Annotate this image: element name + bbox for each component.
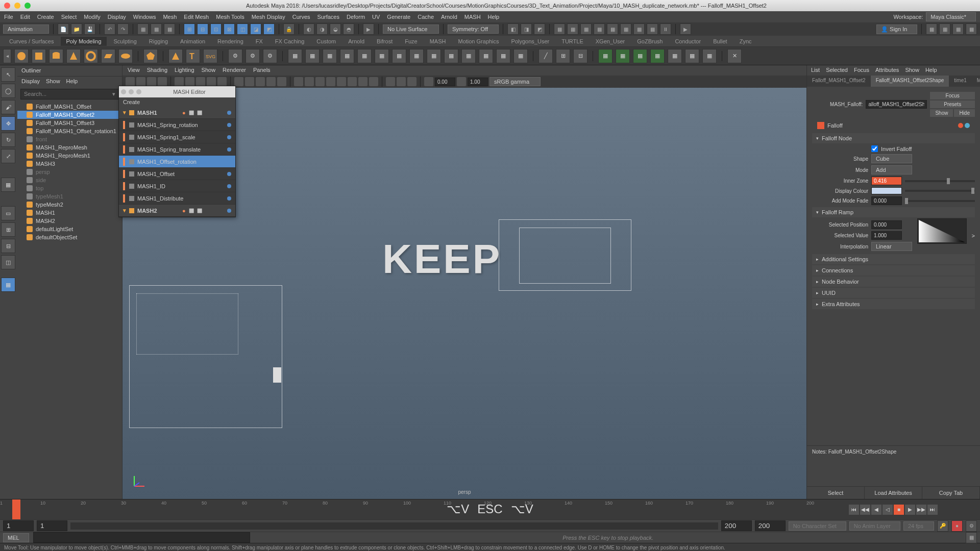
step-fwd-key-icon[interactable]: ▶▶ [916,505,926,515]
show-button[interactable]: Show [930,109,953,117]
attr-menu-show[interactable]: Show [905,67,919,74]
redo-icon[interactable]: ↷ [117,23,129,35]
bool-diff-icon[interactable]: ▦ [461,49,476,63]
toggle3-icon[interactable]: ◩ [534,23,545,35]
section-extra[interactable]: Extra Attributes [812,299,975,309]
menu-deform[interactable]: Deform [347,14,365,20]
snap-view-icon[interactable]: ◫ [237,23,248,35]
menu-surfaces[interactable]: Surfaces [317,14,339,20]
history3-icon[interactable]: ◒ [330,23,341,35]
copy-tab-button[interactable]: Copy Tab [922,487,980,499]
rotate-tool-icon[interactable]: ↻ [1,133,15,147]
invert-falloff-checkbox[interactable] [871,145,878,152]
outliner-item-2[interactable]: Falloff_MASH1_Offset3 [17,119,122,127]
poly-cone-icon[interactable] [66,49,81,63]
display-colour-swatch[interactable] [871,187,902,194]
layout-persp-icon[interactable]: ▦ [1,278,15,292]
outliner-item-11[interactable]: typeMesh1 [17,192,122,201]
menu-create[interactable]: Create [37,14,54,20]
mash-node-0-3[interactable]: MASH1_Offset_rotation [119,156,235,168]
timeline-ruler[interactable]: 1102030405060708090100110120130140150160… [0,499,806,519]
target-weld-icon[interactable]: ▦ [702,49,717,63]
animlayer-dropdown[interactable]: No Anim Layer [849,521,900,531]
range-end-input[interactable] [721,520,752,531]
outliner-item-1[interactable]: Falloff_MASH1_Offset2 [17,111,122,119]
menu-edit-mesh[interactable]: Edit Mesh [184,14,209,20]
attr-menu-attributes[interactable]: Attributes [875,67,899,74]
rv1-icon[interactable]: ▦ [554,23,565,35]
rv6-icon[interactable]: ▦ [620,23,631,35]
vp-shadow-icon[interactable] [337,77,346,86]
inner-zone-input[interactable] [871,177,902,185]
mash-max-icon[interactable] [136,89,141,94]
menu-mesh-tools[interactable]: Mesh Tools [216,14,244,20]
layout2-icon[interactable]: ▦ [939,23,950,35]
node-name-input[interactable] [866,100,927,109]
remesh-icon[interactable]: ▦ [409,49,424,63]
outliner-menu-show[interactable]: Show [46,78,60,85]
anim-end-input[interactable] [755,520,786,531]
menu-generate[interactable]: Generate [387,14,410,20]
shelf-tab-anim[interactable]: Animation [175,37,210,46]
sculpt2-icon[interactable]: ▦ [616,49,630,63]
lock-icon[interactable]: 🔒 [283,23,295,35]
shelf-tab-polyuser[interactable]: Polygons_User [506,37,555,46]
menu-mesh[interactable]: Mesh [163,14,177,20]
attr-tab-2[interactable]: time1 [949,76,971,87]
menu-cache[interactable]: Cache [418,14,434,20]
charset-dropdown[interactable]: No Character Set [789,521,846,531]
last-tool-icon[interactable]: ▦ [1,178,15,192]
poly-disc-icon[interactable] [118,49,133,63]
bool-union-icon[interactable]: ▦ [444,49,458,63]
vp-menu-renderer[interactable]: Renderer [223,67,246,74]
rv4-icon[interactable]: ▦ [594,23,605,35]
paint-tool-icon[interactable]: 🖌 [1,100,15,114]
menu-display[interactable]: Display [108,14,126,20]
poly-type-icon[interactable]: T [186,49,200,63]
step-fwd-icon[interactable]: ▶ [905,505,915,515]
shelf-tab-mash[interactable]: MASH [425,37,451,46]
mash-network-1[interactable]: ▾MASH2●▦▦ [119,205,235,217]
section-connections[interactable]: Connections [812,265,975,276]
workspace-dropdown[interactable]: Maya Classic* [926,12,976,21]
fill-hole-icon[interactable]: ▦ [496,49,510,63]
go-start-icon[interactable]: ⏮ [849,505,859,515]
set-key-button[interactable]: ● [951,520,963,532]
shelf-tab-fx[interactable]: FX [251,37,268,46]
snap-tog-icon[interactable]: ◩ [263,23,275,35]
append-icon[interactable]: ▦ [513,49,528,63]
vp-icon-4[interactable] [158,77,167,86]
vp-gamma-input[interactable] [468,78,488,86]
vp-icon-7[interactable] [196,77,205,86]
vp-gate-icon[interactable] [256,77,265,86]
shelf-tab-curves[interactable]: Curves / Surfaces [4,37,59,46]
layout-custom-icon[interactable]: ⊟ [1,239,15,253]
poly-tool1-icon[interactable]: ⚙ [228,49,242,63]
poly-pyramid-icon[interactable] [168,49,183,63]
outliner-menu-help[interactable]: Help [66,78,78,85]
step-back-key-icon[interactable]: ◀◀ [860,505,870,515]
vp-icon-9[interactable] [217,77,227,86]
symmetry-dropdown[interactable]: Symmetry: Off [448,24,499,34]
outliner-item-0[interactable]: Falloff_MASH1_Offset [17,103,122,111]
outliner-item-16[interactable]: defaultObjectSet [17,233,122,241]
select-mode2-icon[interactable]: ▦ [151,23,162,35]
sculpt1-icon[interactable]: ▦ [598,49,612,63]
history4-icon[interactable]: ◓ [343,23,354,35]
section-additional[interactable]: Additional Settings [812,254,975,264]
outliner-item-5[interactable]: MASH1_ReproMesh [17,143,122,152]
load-attributes-button[interactable]: Load Attributes [865,487,922,499]
mash-editor-window[interactable]: MASH Editor Create ▾MASH1●▦▦MASH1_Spring… [118,86,236,217]
ramp-expand-icon[interactable]: > [972,233,975,239]
go-end-icon[interactable]: ⏭ [927,505,938,515]
vp-iso-icon[interactable] [386,77,395,86]
mash-min-icon[interactable] [129,89,134,94]
attr-tab-3[interactable]: MASH [972,76,980,87]
rv2-icon[interactable]: ▦ [567,23,578,35]
shelf-tab-arnold[interactable]: Arnold [343,37,370,46]
attr-tab-1[interactable]: Falloff_MASH1_Offset2Shape [871,76,949,87]
outliner-item-6[interactable]: MASH1_ReproMesh1 [17,152,122,160]
menu-file[interactable]: File [4,14,13,20]
vp-tex-icon[interactable] [315,77,325,86]
shelf-tab-custom[interactable]: Custom [311,37,341,46]
